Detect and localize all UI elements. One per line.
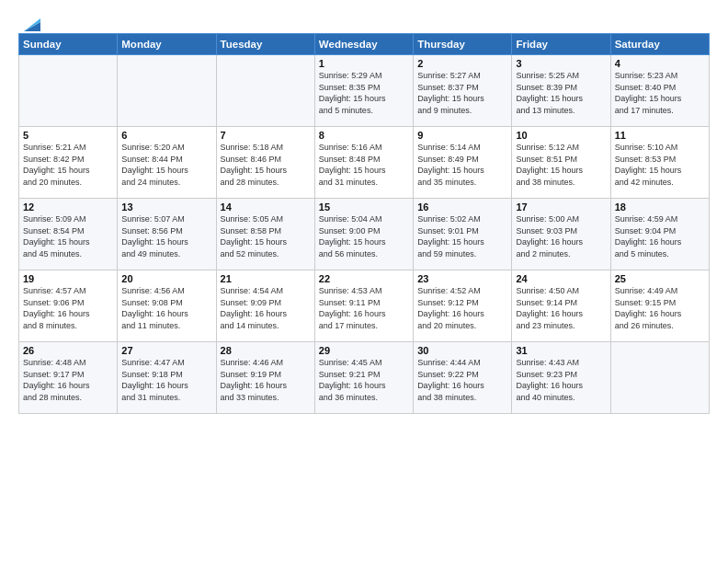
calendar-table: SundayMondayTuesdayWednesdayThursdayFrid… — [18, 33, 710, 414]
col-header-monday: Monday — [118, 34, 216, 55]
day-cell: 4Sunrise: 5:23 AMSunset: 8:40 PMDaylight… — [610, 55, 709, 127]
day-info: Sunrise: 4:56 AMSunset: 9:08 PMDaylight:… — [121, 285, 211, 331]
day-cell: 18Sunrise: 4:59 AMSunset: 9:04 PMDayligh… — [610, 199, 709, 270]
day-number: 26 — [23, 345, 113, 356]
day-cell: 20Sunrise: 4:56 AMSunset: 9:08 PMDayligh… — [118, 270, 216, 342]
day-number: 16 — [417, 201, 507, 213]
day-info: Sunrise: 4:54 AMSunset: 9:09 PMDaylight:… — [221, 285, 311, 331]
day-info: Sunrise: 5:09 AMSunset: 8:54 PMDaylight:… — [23, 213, 113, 259]
day-number: 11 — [615, 130, 705, 141]
day-info: Sunrise: 5:12 AMSunset: 8:51 PMDaylight:… — [516, 142, 606, 188]
day-number: 21 — [221, 273, 311, 284]
day-info: Sunrise: 4:48 AMSunset: 9:17 PMDaylight:… — [23, 357, 113, 403]
day-number: 8 — [319, 130, 409, 141]
col-header-sunday: Sunday — [19, 34, 118, 55]
day-number: 7 — [221, 130, 311, 141]
day-number: 4 — [615, 58, 705, 69]
day-cell: 12Sunrise: 5:09 AMSunset: 8:54 PMDayligh… — [19, 199, 118, 270]
day-info: Sunrise: 5:25 AMSunset: 8:39 PMDaylight:… — [516, 70, 606, 116]
day-cell: 24Sunrise: 4:50 AMSunset: 9:14 PMDayligh… — [512, 270, 610, 342]
day-cell: 16Sunrise: 5:02 AMSunset: 9:01 PMDayligh… — [414, 199, 512, 270]
day-number: 17 — [516, 201, 606, 213]
header — [18, 15, 710, 28]
day-info: Sunrise: 5:23 AMSunset: 8:40 PMDaylight:… — [615, 70, 705, 116]
day-number: 18 — [615, 201, 705, 213]
day-number: 28 — [221, 345, 311, 356]
day-cell: 7Sunrise: 5:18 AMSunset: 8:46 PMDaylight… — [216, 127, 314, 199]
header-row: SundayMondayTuesdayWednesdayThursdayFrid… — [19, 34, 710, 55]
day-cell — [216, 55, 314, 127]
week-row-3: 19Sunrise: 4:57 AMSunset: 9:06 PMDayligh… — [19, 270, 710, 342]
day-number: 15 — [319, 201, 409, 213]
day-number: 24 — [516, 273, 606, 284]
day-info: Sunrise: 5:29 AMSunset: 8:35 PMDaylight:… — [319, 70, 409, 116]
day-cell: 1Sunrise: 5:29 AMSunset: 8:35 PMDaylight… — [314, 55, 413, 127]
day-cell: 6Sunrise: 5:20 AMSunset: 8:44 PMDaylight… — [118, 127, 216, 199]
day-info: Sunrise: 5:00 AMSunset: 9:03 PMDaylight:… — [516, 213, 606, 259]
day-cell: 25Sunrise: 4:49 AMSunset: 9:15 PMDayligh… — [610, 270, 709, 342]
day-cell: 17Sunrise: 5:00 AMSunset: 9:03 PMDayligh… — [512, 199, 610, 270]
day-cell: 2Sunrise: 5:27 AMSunset: 8:37 PMDaylight… — [414, 55, 512, 127]
day-cell: 27Sunrise: 4:47 AMSunset: 9:18 PMDayligh… — [118, 342, 216, 414]
day-number: 27 — [121, 345, 211, 356]
col-header-saturday: Saturday — [610, 34, 709, 55]
day-info: Sunrise: 5:27 AMSunset: 8:37 PMDaylight:… — [417, 70, 507, 116]
day-cell: 30Sunrise: 4:44 AMSunset: 9:22 PMDayligh… — [414, 342, 512, 414]
day-info: Sunrise: 5:05 AMSunset: 8:58 PMDaylight:… — [221, 213, 311, 259]
day-number: 30 — [417, 345, 507, 356]
day-cell: 31Sunrise: 4:43 AMSunset: 9:23 PMDayligh… — [512, 342, 610, 414]
day-number: 31 — [516, 345, 606, 356]
day-number: 22 — [319, 273, 409, 284]
day-cell: 10Sunrise: 5:12 AMSunset: 8:51 PMDayligh… — [512, 127, 610, 199]
day-number: 25 — [615, 273, 705, 284]
day-number: 23 — [417, 273, 507, 284]
day-cell: 22Sunrise: 4:53 AMSunset: 9:11 PMDayligh… — [314, 270, 413, 342]
day-info: Sunrise: 4:53 AMSunset: 9:11 PMDaylight:… — [319, 285, 409, 331]
week-row-0: 1Sunrise: 5:29 AMSunset: 8:35 PMDaylight… — [19, 55, 710, 127]
day-number: 20 — [121, 273, 211, 284]
day-info: Sunrise: 4:52 AMSunset: 9:12 PMDaylight:… — [417, 285, 507, 331]
day-number: 3 — [516, 58, 606, 69]
day-info: Sunrise: 5:21 AMSunset: 8:42 PMDaylight:… — [23, 142, 113, 188]
week-row-1: 5Sunrise: 5:21 AMSunset: 8:42 PMDaylight… — [19, 127, 710, 199]
day-info: Sunrise: 4:50 AMSunset: 9:14 PMDaylight:… — [516, 285, 606, 331]
day-info: Sunrise: 5:14 AMSunset: 8:49 PMDaylight:… — [417, 142, 507, 188]
day-number: 5 — [23, 130, 113, 141]
day-cell: 13Sunrise: 5:07 AMSunset: 8:56 PMDayligh… — [118, 199, 216, 270]
day-info: Sunrise: 4:44 AMSunset: 9:22 PMDaylight:… — [417, 357, 507, 403]
day-number: 12 — [23, 201, 113, 213]
col-header-tuesday: Tuesday — [216, 34, 314, 55]
day-info: Sunrise: 4:59 AMSunset: 9:04 PMDaylight:… — [615, 213, 705, 259]
week-row-2: 12Sunrise: 5:09 AMSunset: 8:54 PMDayligh… — [19, 199, 710, 270]
day-cell: 26Sunrise: 4:48 AMSunset: 9:17 PMDayligh… — [19, 342, 118, 414]
day-cell: 5Sunrise: 5:21 AMSunset: 8:42 PMDaylight… — [19, 127, 118, 199]
logo-icon — [20, 15, 40, 31]
day-info: Sunrise: 5:16 AMSunset: 8:48 PMDaylight:… — [319, 142, 409, 188]
day-number: 1 — [319, 58, 409, 69]
day-number: 29 — [319, 345, 409, 356]
day-cell — [118, 55, 216, 127]
day-number: 14 — [221, 201, 311, 213]
day-info: Sunrise: 5:18 AMSunset: 8:46 PMDaylight:… — [221, 142, 311, 188]
day-info: Sunrise: 4:46 AMSunset: 9:19 PMDaylight:… — [221, 357, 311, 403]
day-info: Sunrise: 5:20 AMSunset: 8:44 PMDaylight:… — [121, 142, 211, 188]
day-cell: 11Sunrise: 5:10 AMSunset: 8:53 PMDayligh… — [610, 127, 709, 199]
page: SundayMondayTuesdayWednesdayThursdayFrid… — [0, 0, 728, 423]
day-info: Sunrise: 5:04 AMSunset: 9:00 PMDaylight:… — [319, 213, 409, 259]
day-info: Sunrise: 5:10 AMSunset: 8:53 PMDaylight:… — [615, 142, 705, 188]
day-cell: 29Sunrise: 4:45 AMSunset: 9:21 PMDayligh… — [314, 342, 413, 414]
day-number: 6 — [121, 130, 211, 141]
logo — [18, 15, 40, 28]
day-cell: 19Sunrise: 4:57 AMSunset: 9:06 PMDayligh… — [19, 270, 118, 342]
day-cell: 8Sunrise: 5:16 AMSunset: 8:48 PMDaylight… — [314, 127, 413, 199]
day-number: 19 — [23, 273, 113, 284]
day-number: 10 — [516, 130, 606, 141]
day-cell: 21Sunrise: 4:54 AMSunset: 9:09 PMDayligh… — [216, 270, 314, 342]
day-number: 9 — [417, 130, 507, 141]
day-cell — [19, 55, 118, 127]
day-number: 13 — [121, 201, 211, 213]
col-header-friday: Friday — [512, 34, 610, 55]
day-cell: 9Sunrise: 5:14 AMSunset: 8:49 PMDaylight… — [414, 127, 512, 199]
day-info: Sunrise: 5:02 AMSunset: 9:01 PMDaylight:… — [417, 213, 507, 259]
day-info: Sunrise: 4:49 AMSunset: 9:15 PMDaylight:… — [615, 285, 705, 331]
